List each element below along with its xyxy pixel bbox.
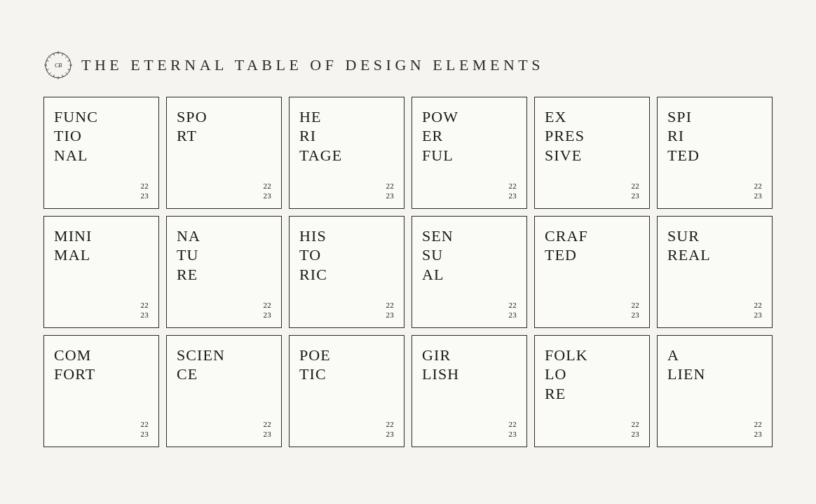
- card-year-alien: 2223: [754, 419, 762, 440]
- cards-grid: FUNCTIONAL2223SPORT2223HERITAGE2223POWER…: [43, 97, 773, 447]
- card-heritage[interactable]: HERITAGE2223: [289, 97, 404, 209]
- card-year-powerful: 2223: [509, 181, 517, 201]
- card-year-poetic: 2223: [386, 419, 394, 440]
- card-title-science: SCIENCE: [177, 346, 271, 414]
- card-title-nature: NATURE: [177, 226, 271, 294]
- page: CB THE ETERNAL TABLE OF DESIGN ELEMENTS …: [22, 29, 794, 475]
- card-title-functional: FUNCTIONAL: [54, 107, 149, 175]
- card-folklore[interactable]: FOLKLORE2223: [534, 335, 650, 447]
- card-year-crafted: 2223: [632, 300, 639, 320]
- card-title-poetic: POETIC: [299, 346, 394, 414]
- svg-text:CB: CB: [55, 62, 62, 69]
- card-title-folklore: FOLKLORE: [545, 346, 639, 414]
- card-title-minimal: MINIMAL: [54, 226, 149, 294]
- card-comfort[interactable]: COMFORT2223: [43, 335, 159, 447]
- card-historic[interactable]: HISTORIC2223: [289, 216, 404, 328]
- card-title-sport: SPORT: [177, 107, 271, 175]
- card-spirited[interactable]: SPIRITED2223: [657, 97, 773, 209]
- card-sport[interactable]: SPORT2223: [166, 97, 282, 209]
- card-title-powerful: POWERFUL: [422, 107, 517, 175]
- card-year-minimal: 2223: [141, 300, 149, 320]
- card-functional[interactable]: FUNCTIONAL2223: [43, 97, 159, 209]
- card-expressive[interactable]: EXPRESSIVE2223: [534, 97, 650, 209]
- card-year-spirited: 2223: [754, 181, 762, 201]
- card-title-sensual: SENSUAL: [422, 226, 517, 294]
- card-year-historic: 2223: [386, 300, 394, 320]
- card-title-spirited: SPIRITED: [667, 107, 762, 175]
- card-year-girlish: 2223: [509, 419, 517, 440]
- logo-icon: CB: [43, 50, 73, 80]
- card-girlish[interactable]: GIRLISH2223: [412, 335, 527, 447]
- card-title-historic: HISTORIC: [299, 226, 394, 294]
- card-nature[interactable]: NATURE2223: [166, 216, 282, 328]
- card-title-girlish: GIRLISH: [422, 346, 517, 414]
- card-title-expressive: EXPRESSIVE: [545, 107, 639, 175]
- header: CB THE ETERNAL TABLE OF DESIGN ELEMENTS: [43, 50, 773, 80]
- card-crafted[interactable]: CRAFTED2223: [534, 216, 650, 328]
- card-year-nature: 2223: [264, 300, 271, 320]
- card-year-science: 2223: [264, 419, 271, 440]
- card-science[interactable]: SCIENCE2223: [166, 335, 282, 447]
- card-title-crafted: CRAFTED: [545, 226, 639, 294]
- card-year-surreal: 2223: [754, 300, 762, 320]
- card-alien[interactable]: ALIEN2223: [657, 335, 773, 447]
- card-year-folklore: 2223: [632, 419, 639, 440]
- card-surreal[interactable]: SURREAL2223: [657, 216, 773, 328]
- card-year-comfort: 2223: [141, 419, 149, 440]
- card-year-heritage: 2223: [386, 181, 394, 201]
- card-title-alien: ALIEN: [667, 346, 762, 414]
- card-poetic[interactable]: POETIC2223: [289, 335, 404, 447]
- card-year-sport: 2223: [264, 181, 271, 201]
- card-minimal[interactable]: MINIMAL2223: [43, 216, 159, 328]
- card-sensual[interactable]: SENSUAL2223: [412, 216, 527, 328]
- card-year-functional: 2223: [141, 181, 149, 201]
- page-title: THE ETERNAL TABLE OF DESIGN ELEMENTS: [81, 56, 544, 74]
- card-powerful[interactable]: POWERFUL2223: [412, 97, 527, 209]
- card-title-comfort: COMFORT: [54, 346, 149, 414]
- card-year-sensual: 2223: [509, 300, 517, 320]
- card-year-expressive: 2223: [632, 181, 639, 201]
- card-title-heritage: HERITAGE: [299, 107, 394, 175]
- card-title-surreal: SURREAL: [667, 226, 762, 294]
